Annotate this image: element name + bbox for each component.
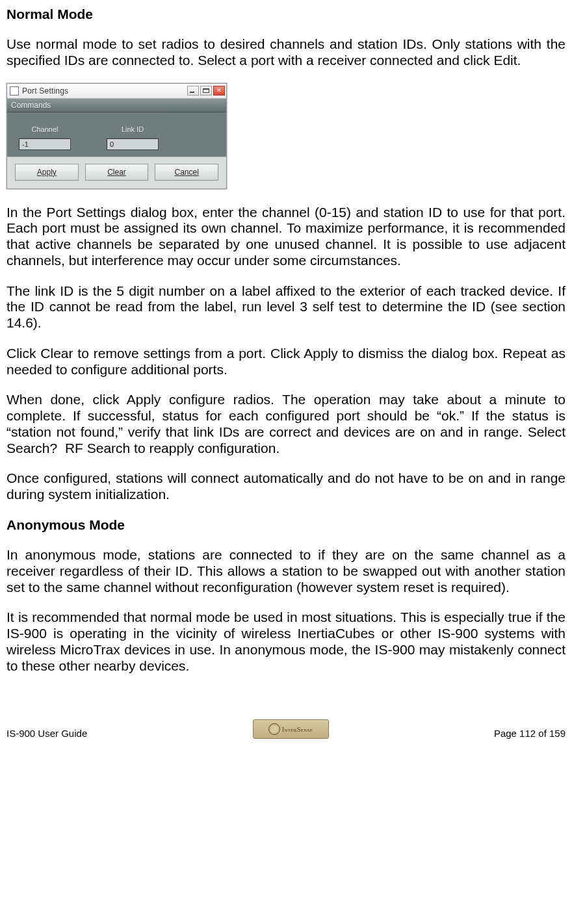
linkid-field-group: Link ID 0: [107, 125, 159, 150]
footer-center: InterSense: [87, 719, 494, 739]
footer-left: IS-900 User Guide: [6, 728, 87, 739]
dialog-title: Port Settings: [22, 86, 186, 96]
channel-label: Channel: [32, 125, 58, 133]
linkid-input[interactable]: 0: [107, 138, 159, 150]
paragraph: In the Port Settings dialog box, enter t…: [6, 205, 566, 269]
heading-anonymous-mode: Anonymous Mode: [6, 517, 566, 533]
paragraph: Click Clear to remove settings from a po…: [6, 346, 566, 378]
dialog-body: Channel -1 Link ID 0: [7, 112, 226, 157]
paragraph: In anonymous mode, stations are connecte…: [6, 547, 566, 595]
page-footer: IS-900 User Guide InterSense Page 112 of…: [6, 719, 566, 739]
app-icon: [10, 86, 19, 96]
logo-text: InterSense: [282, 726, 313, 732]
clear-button[interactable]: Clear: [85, 164, 149, 181]
channel-field-group: Channel -1: [19, 125, 71, 150]
intersense-logo: InterSense: [253, 719, 329, 739]
dialog-button-row: Apply Clear Cancel: [7, 157, 226, 188]
port-settings-dialog: Port Settings Commands Channel -1 Link I…: [6, 83, 227, 189]
close-button[interactable]: [213, 86, 225, 96]
linkid-label: Link ID: [122, 125, 144, 133]
paragraph: Once configured, stations will connect a…: [6, 470, 566, 503]
apply-button[interactable]: Apply: [15, 164, 79, 181]
dialog-titlebar: Port Settings: [7, 84, 226, 99]
logo-icon: [268, 723, 280, 735]
paragraph: When done, click Apply configure radios.…: [6, 392, 566, 456]
maximize-button[interactable]: [200, 86, 212, 96]
paragraph: Use normal mode to set radios to desired…: [6, 36, 566, 69]
paragraph: The link ID is the 5 digit number on a l…: [6, 283, 566, 331]
minimize-button[interactable]: [187, 86, 199, 96]
heading-normal-mode: Normal Mode: [6, 6, 566, 22]
menu-commands[interactable]: Commands: [7, 99, 226, 112]
paragraph: It is recommended that normal mode be us…: [6, 610, 566, 674]
footer-right: Page 112 of 159: [494, 728, 566, 739]
cancel-button[interactable]: Cancel: [155, 164, 218, 181]
channel-input[interactable]: -1: [19, 138, 71, 150]
